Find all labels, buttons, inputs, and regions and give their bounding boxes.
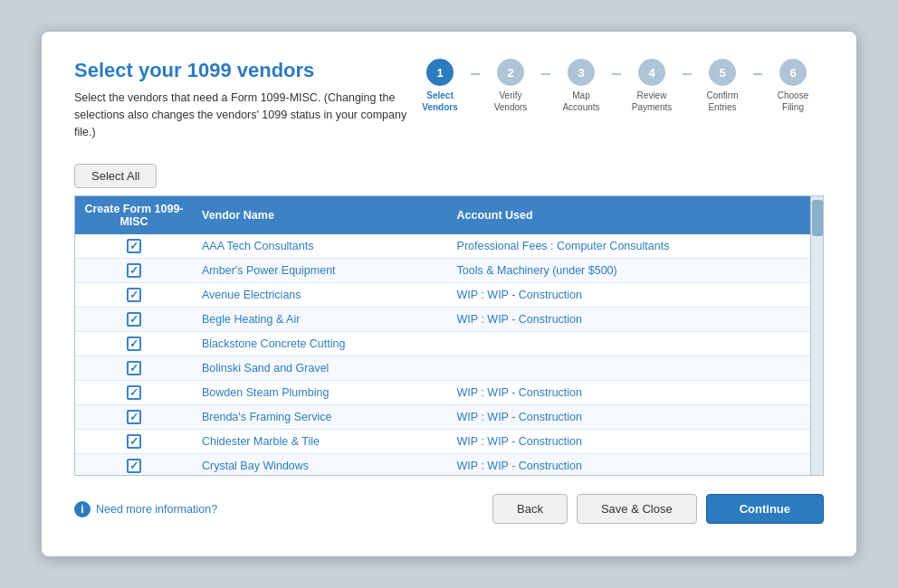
step-circle-1: 1 (426, 59, 454, 86)
table-row: Avenue ElectriciansWIP : WIP - Construct… (75, 283, 810, 308)
checkbox-cell[interactable] (75, 405, 193, 430)
step-5: 5Confirm Entries (692, 59, 753, 113)
vendor-name: Chidester Marble & Tile (193, 430, 448, 454)
step-label-4: Review Payments (632, 90, 672, 113)
table-row: Bowden Steam PlumbingWIP : WIP - Constru… (75, 381, 810, 405)
checkbox[interactable] (127, 337, 141, 351)
account-used: WIP : WIP - Construction (448, 430, 810, 454)
step-label-6: Choose Filing (778, 90, 808, 113)
account-used: WIP : WIP - Construction (448, 308, 810, 332)
vendor-table-body: AAA Tech ConsultantsProfessional Fees : … (75, 234, 810, 476)
account-used: WIP : WIP - Construction (448, 454, 810, 477)
step-2: 2Verify Vendors (480, 59, 541, 113)
table-row: Bolinski Sand and Gravel (75, 356, 810, 381)
checkbox-cell[interactable] (75, 430, 193, 454)
account-used: WIP : WIP - Construction (448, 405, 810, 430)
select-all-button[interactable]: Select All (74, 164, 157, 188)
vendor-table: Create Form 1099-MISC Vendor Name Accoun… (75, 196, 810, 476)
step-connector (541, 73, 550, 75)
checkbox-cell[interactable] (75, 356, 193, 381)
account-used (448, 332, 810, 356)
scroll-thumb[interactable] (812, 200, 823, 236)
checkbox[interactable] (127, 434, 141, 449)
footer-buttons: Back Save & Close Continue (492, 494, 824, 524)
checkbox-cell[interactable] (75, 381, 193, 405)
scrollbar[interactable] (810, 196, 823, 475)
checkbox[interactable] (127, 410, 141, 424)
step-circle-2: 2 (497, 59, 524, 86)
table-row: Brenda's Framing ServiceWIP : WIP - Cons… (75, 405, 810, 430)
checkbox-cell[interactable] (75, 332, 193, 356)
account-used (448, 356, 810, 381)
vendor-name: Bowden Steam Plumbing (193, 381, 448, 405)
col-vendor: Vendor Name (193, 196, 448, 234)
step-circle-6: 6 (779, 59, 807, 86)
main-dialog: Select your 1099 vendors Select the vend… (42, 32, 856, 556)
checkbox-cell[interactable] (75, 454, 193, 477)
step-connector (471, 73, 480, 75)
vendor-name: Crystal Bay Windows (193, 454, 448, 477)
checkbox[interactable] (127, 385, 141, 400)
step-3: 3Map Accounts (550, 59, 612, 113)
table-row: AAA Tech ConsultantsProfessional Fees : … (75, 234, 810, 259)
page-description: Select the vendors that need a Form 1099… (74, 90, 409, 140)
checkbox-cell[interactable] (75, 308, 193, 332)
stepper: 1Select Vendors2Verify Vendors3Map Accou… (409, 59, 824, 113)
table-row: Crystal Bay WindowsWIP : WIP - Construct… (75, 454, 810, 477)
vendor-name: AAA Tech Consultants (193, 234, 448, 259)
table-header-row: Create Form 1099-MISC Vendor Name Accoun… (75, 196, 810, 234)
step-circle-4: 4 (638, 59, 665, 86)
title-section: Select your 1099 vendors Select the vend… (74, 59, 409, 140)
step-4: 4Review Payments (621, 59, 683, 113)
step-label-2: Verify Vendors (494, 90, 528, 113)
back-button[interactable]: Back (492, 494, 568, 524)
table-row: Begle Heating & AirWIP : WIP - Construct… (75, 308, 810, 332)
vendor-name: Avenue Electricians (193, 283, 448, 308)
step-connector (612, 73, 621, 75)
vendor-table-wrapper: Create Form 1099-MISC Vendor Name Accoun… (74, 195, 824, 476)
table-row: Amber's Power EquipmentTools & Machinery… (75, 259, 810, 283)
checkbox-cell[interactable] (75, 283, 193, 308)
table-row: Chidester Marble & TileWIP : WIP - Const… (75, 430, 810, 454)
vendor-name: Amber's Power Equipment (193, 259, 448, 283)
vendor-name: Blackstone Concrete Cutting (193, 332, 448, 356)
step-circle-3: 3 (568, 59, 595, 86)
checkbox[interactable] (127, 263, 141, 278)
checkbox[interactable] (127, 288, 141, 302)
page-title: Select your 1099 vendors (74, 59, 409, 82)
account-used: Professional Fees : Computer Consultants (448, 234, 810, 259)
step-6: 6Choose Filing (762, 59, 824, 113)
checkbox[interactable] (127, 361, 141, 375)
step-connector (753, 73, 762, 75)
info-link-text: Need more information? (96, 503, 217, 516)
account-used: WIP : WIP - Construction (448, 283, 810, 308)
info-link[interactable]: i Need more information? (74, 501, 217, 517)
checkbox[interactable] (127, 239, 141, 253)
step-1: 1Select Vendors (409, 59, 471, 113)
vendor-name: Begle Heating & Air (193, 308, 448, 332)
table-row: Blackstone Concrete Cutting (75, 332, 810, 356)
continue-button[interactable]: Continue (706, 494, 824, 524)
account-used: WIP : WIP - Construction (448, 381, 810, 405)
save-close-button[interactable]: Save & Close (577, 494, 697, 524)
col-checkbox: Create Form 1099-MISC (75, 196, 193, 234)
checkbox[interactable] (127, 459, 141, 473)
vendor-name: Brenda's Framing Service (193, 405, 448, 430)
account-used: Tools & Machinery (under $500) (448, 259, 810, 283)
step-circle-5: 5 (709, 59, 736, 86)
checkbox-cell[interactable] (75, 259, 193, 283)
header-row: Select your 1099 vendors Select the vend… (74, 59, 824, 140)
col-account: Account Used (448, 196, 810, 234)
step-connector (683, 73, 692, 75)
checkbox-cell[interactable] (75, 234, 193, 259)
checkbox[interactable] (127, 312, 141, 327)
footer: i Need more information? Back Save & Clo… (74, 494, 824, 524)
step-label-1: Select Vendors (422, 90, 457, 113)
step-label-3: Map Accounts (562, 90, 599, 113)
info-icon: i (74, 501, 91, 517)
table-header: Create Form 1099-MISC Vendor Name Accoun… (75, 196, 810, 234)
vendor-name: Bolinski Sand and Gravel (193, 356, 448, 381)
step-label-5: Confirm Entries (706, 90, 738, 113)
